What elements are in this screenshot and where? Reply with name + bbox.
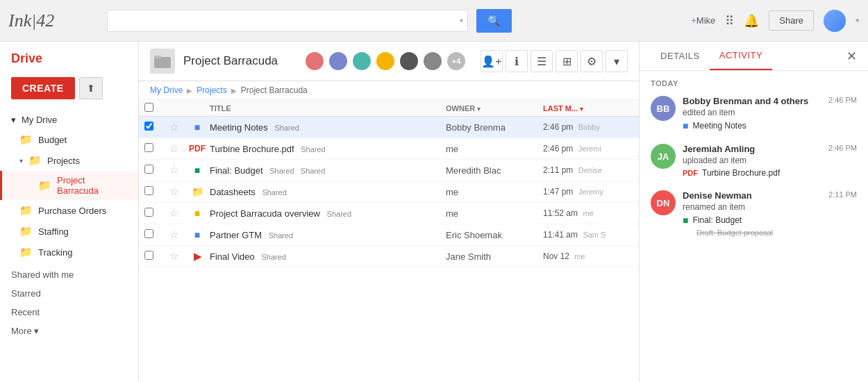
slides-icon: ■: [190, 206, 204, 220]
activity-time: 2:46 PM: [828, 144, 857, 152]
star-icon[interactable]: ☆: [169, 185, 178, 197]
row-check: [144, 122, 169, 133]
star-icon[interactable]: ☆: [169, 142, 178, 154]
row-star[interactable]: ☆: [169, 250, 190, 263]
select-all-checkbox[interactable]: [144, 103, 153, 112]
more-options-button[interactable]: ▾: [606, 50, 628, 72]
header-modified[interactable]: LAST M... ▾: [543, 104, 633, 113]
file-row[interactable]: ☆ ■ Meeting Notes Shared Bobby Brenma 2:…: [139, 117, 639, 138]
svg-rect-0: [154, 57, 171, 68]
row-checkbox[interactable]: [144, 165, 153, 174]
list-view-button[interactable]: ☰: [531, 50, 553, 72]
collab-avatar-6[interactable]: [422, 51, 443, 72]
folder-icon: 📁: [38, 179, 51, 192]
collab-avatar-4[interactable]: [375, 51, 396, 72]
file-row[interactable]: ☆ ■ Final: Budget Shared Shared Meredith…: [139, 160, 639, 181]
activity-name: Jeremiah Amling: [683, 144, 755, 154]
row-checkbox[interactable]: [144, 122, 153, 131]
folder-icon: 📁: [19, 246, 33, 258]
create-button[interactable]: CREATE: [11, 77, 75, 99]
row-checkbox[interactable]: [144, 186, 153, 195]
settings-button[interactable]: ⚙: [581, 50, 603, 72]
row-type-icon: ■: [190, 228, 210, 242]
docs-icon: ■: [683, 120, 688, 131]
header-title[interactable]: TITLE: [210, 104, 446, 113]
search-button[interactable]: 🔍: [476, 9, 512, 33]
row-star[interactable]: ☆: [169, 164, 190, 176]
sidebar-item-purchase-orders[interactable]: 📁 Purchase Orders: [0, 200, 138, 221]
sidebar-shared-with-me[interactable]: Shared with me: [0, 265, 138, 284]
file-owner: Meredith Blac: [446, 165, 543, 176]
activity-file: ■ Final: Budget: [683, 215, 857, 226]
star-icon[interactable]: ☆: [169, 229, 178, 240]
row-checkbox[interactable]: [144, 143, 153, 152]
star-icon[interactable]: ☆: [169, 207, 178, 219]
file-row[interactable]: ☆ PDF Turbine Brochure.pdf Shared me 2:4…: [139, 138, 639, 160]
row-checkbox[interactable]: [144, 208, 153, 217]
breadcrumb-sep-1: ▶: [187, 87, 192, 94]
header-owner[interactable]: OWNER ▾: [446, 104, 543, 113]
upload-button[interactable]: ⬆: [79, 77, 103, 99]
activity-action: uploaded an item: [683, 156, 857, 165]
row-star[interactable]: ☆: [169, 121, 190, 133]
row-check: [144, 208, 169, 219]
panel-tabs: DETAILS ACTIVITY ✕: [640, 42, 868, 71]
file-row[interactable]: ☆ 📁 Datasheets Shared me 1:47 pm Jeremy: [139, 181, 639, 203]
share-button[interactable]: Share: [769, 10, 814, 31]
plus-mike-link[interactable]: +Mike: [691, 15, 715, 26]
star-icon[interactable]: ☆: [169, 250, 178, 262]
star-icon[interactable]: ☆: [169, 121, 178, 133]
file-name: Turbine Brochure.pdf Shared: [210, 144, 446, 154]
tab-details[interactable]: DETAILS: [651, 42, 710, 69]
row-check: [144, 229, 169, 240]
file-row[interactable]: ☆ ■ Partner GTM Shared Eric Shoemak 11:4…: [139, 224, 639, 246]
file-modified: 2:46 pm Jeremi: [543, 144, 633, 153]
row-star[interactable]: ☆: [169, 229, 190, 241]
row-checkbox[interactable]: [144, 251, 153, 260]
search-chevron-icon[interactable]: ▾: [456, 17, 467, 24]
sidebar-item-my-drive[interactable]: ▾ My Drive: [0, 110, 138, 129]
row-checkbox[interactable]: [144, 229, 153, 238]
collab-avatar-3[interactable]: [351, 51, 372, 72]
sidebar-starred[interactable]: Starred: [0, 284, 138, 303]
breadcrumb-my-drive[interactable]: My Drive: [150, 85, 183, 95]
file-row[interactable]: ☆ ▶ Final Video Shared Jane Smith Nov 12…: [139, 246, 639, 267]
sidebar-item-projects[interactable]: ▾ 📁 Projects: [0, 150, 138, 171]
file-name: Final Video Shared: [210, 251, 446, 262]
my-drive-label: My Drive: [22, 115, 57, 125]
collab-avatar-5[interactable]: [399, 51, 419, 72]
collab-avatar-2[interactable]: [328, 51, 349, 72]
grid-view-button[interactable]: ⊞: [556, 50, 578, 72]
sidebar-item-staffing[interactable]: 📁 Staffing: [0, 221, 138, 242]
sidebar-item-tracking[interactable]: 📁 Tracking: [0, 242, 138, 263]
search-input[interactable]: [108, 10, 456, 31]
panel-close-button[interactable]: ✕: [846, 49, 857, 64]
file-row[interactable]: ☆ ■ Project Barracuda overview Shared me…: [139, 203, 639, 224]
file-name: Datasheets Shared: [210, 187, 446, 197]
notifications-icon[interactable]: 🔔: [744, 13, 759, 28]
tab-activity[interactable]: ACTIVITY: [710, 42, 773, 70]
breadcrumb-projects[interactable]: Projects: [197, 85, 226, 95]
panel-section-today: TODAY: [651, 79, 857, 88]
add-person-button[interactable]: 👤+: [481, 50, 503, 72]
activity-action: renamed an item: [683, 202, 857, 212]
sidebar-item-budget[interactable]: 📁 Budget: [0, 129, 138, 150]
topbar-right: +Mike ⠿ 🔔 Share ▾: [691, 10, 860, 32]
collab-avatar-count[interactable]: +4: [446, 51, 467, 72]
avatar-chevron-icon[interactable]: ▾: [856, 16, 860, 25]
sidebar-item-project-barracuda[interactable]: 📁 Project Barracuda: [0, 171, 138, 200]
sidebar-more[interactable]: More ▾: [0, 322, 138, 340]
row-star[interactable]: ☆: [169, 142, 190, 155]
user-avatar[interactable]: [824, 10, 846, 32]
row-star[interactable]: ☆: [169, 207, 190, 219]
star-icon[interactable]: ☆: [169, 164, 178, 176]
activity-item: JA Jeremiah Amling 2:46 PM uploaded an i…: [651, 144, 857, 178]
modified-by: Denise: [578, 166, 602, 174]
row-star[interactable]: ☆: [169, 185, 190, 198]
collab-avatar-1[interactable]: [304, 51, 325, 72]
row-check: [144, 165, 169, 176]
header-actions: 👤+ ℹ ☰ ⊞ ⚙ ▾: [481, 50, 628, 72]
sidebar-recent[interactable]: Recent: [0, 303, 138, 322]
apps-grid-icon[interactable]: ⠿: [725, 13, 734, 28]
info-button[interactable]: ℹ: [506, 50, 528, 72]
